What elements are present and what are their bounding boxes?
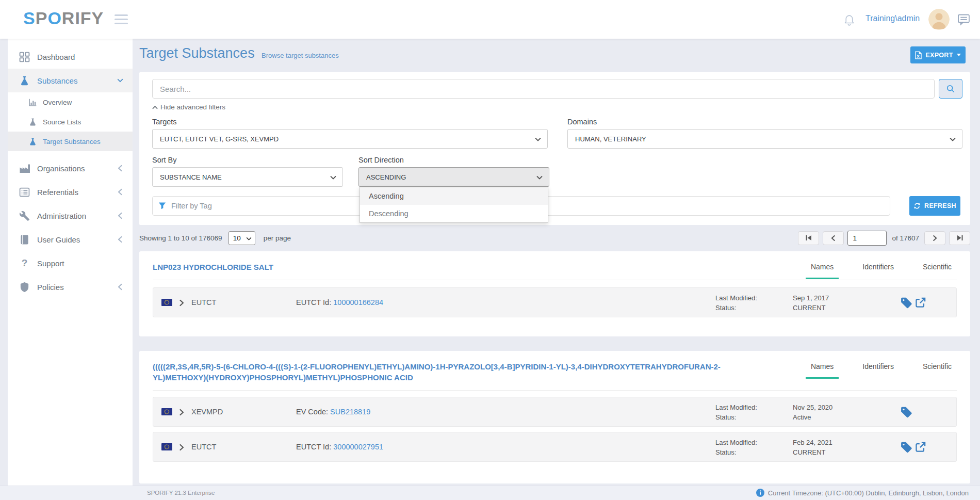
- chevron-right-icon[interactable]: [179, 444, 184, 451]
- row-actions: [900, 297, 926, 309]
- card-header: (((((2R,3S,4R,5R)-5-(6-CHLORO-4-(((S)-1-…: [153, 351, 957, 391]
- avatar[interactable]: [928, 9, 950, 30]
- source-row: XEVMPD EV Code: SUB218819 Last Modified:…: [153, 397, 957, 427]
- sidebar-item-support[interactable]: ? Support: [8, 251, 133, 275]
- tag-icon[interactable]: [900, 297, 912, 309]
- footer: SPORIFY 21.3 Enterprise Current Timezone…: [0, 486, 980, 500]
- chevron-up-icon: [152, 105, 158, 109]
- sidebar-item-label: Support: [37, 259, 64, 268]
- dropdown-option-ascending[interactable]: Ascending: [360, 187, 548, 205]
- tab-identifiers[interactable]: Identifiers: [857, 362, 899, 379]
- chevron-left-icon: [117, 212, 123, 219]
- hide-advanced-filters-toggle[interactable]: Hide advanced filters: [152, 103, 225, 111]
- tag-icon[interactable]: [900, 406, 912, 418]
- sidebar-item-label: Referentials: [37, 188, 78, 197]
- domains-label: Domains: [567, 118, 597, 126]
- sidebar-item-organisations[interactable]: Organisations: [8, 156, 133, 180]
- app-version: SPORIFY 21.3 Enterprise: [147, 490, 215, 496]
- export-button[interactable]: EXPORT: [910, 46, 966, 63]
- tag-icon[interactable]: [900, 441, 912, 453]
- card-tabs: Names Identifiers Scientific: [806, 362, 957, 379]
- targets-select-value: EUTCT, EUTCT VET, G-SRS, XEVMPD: [160, 135, 279, 143]
- source-name: XEVMPD: [191, 408, 223, 416]
- source-id-link[interactable]: 100000166284: [333, 298, 383, 307]
- external-link-icon[interactable]: [914, 297, 926, 309]
- status-label: Status:: [715, 447, 757, 457]
- list-icon: [19, 187, 30, 198]
- page-size-select[interactable]: 10: [228, 231, 255, 245]
- status-value: Active: [793, 412, 832, 422]
- comment-icon[interactable]: [957, 13, 970, 26]
- grid-icon: [19, 52, 30, 62]
- tab-names[interactable]: Names: [806, 362, 839, 379]
- prev-page-button[interactable]: [823, 231, 844, 245]
- tab-scientific[interactable]: Scientific: [918, 362, 957, 379]
- chevron-right-icon[interactable]: [179, 299, 184, 307]
- sidebar-item-label: Dashboard: [37, 53, 75, 61]
- source-id-link[interactable]: SUB218819: [330, 408, 370, 416]
- sidebar-item-target-substances[interactable]: Target Substances: [8, 132, 133, 151]
- logo-letter-s: S: [23, 8, 36, 28]
- chevron-right-icon[interactable]: [179, 409, 184, 416]
- tab-scientific[interactable]: Scientific: [918, 263, 957, 279]
- status-value: CURRENT: [793, 303, 829, 313]
- next-page-button[interactable]: [924, 231, 945, 245]
- last-page-button[interactable]: [949, 231, 970, 245]
- external-link-icon[interactable]: [914, 441, 926, 453]
- targets-select[interactable]: EUTCT, EUTCT VET, G-SRS, XEVMPD: [152, 129, 548, 149]
- sidebar-item-label: User Guides: [37, 235, 80, 244]
- sidebar-item-referentials[interactable]: Referentials: [8, 180, 133, 204]
- chevron-left-icon: [831, 235, 836, 241]
- sort-by-select[interactable]: SUBSTANCE NAME: [152, 167, 343, 187]
- row-actions: [900, 406, 912, 418]
- sidebar-item-overview[interactable]: Overview: [8, 92, 133, 112]
- status-label: Status:: [715, 303, 757, 313]
- source-name: EUTCT: [191, 443, 216, 451]
- status-label: Status:: [715, 412, 757, 422]
- filter-panel: Hide advanced filters Targets EUTCT, EUT…: [139, 72, 970, 225]
- source-id-link[interactable]: 300000027951: [333, 443, 383, 451]
- meta-values: Feb 24, 2021 CURRENT: [793, 438, 832, 457]
- per-page-label: per page: [264, 234, 291, 242]
- book-icon: [19, 234, 30, 245]
- sidebar-item-administration[interactable]: Administration: [8, 204, 133, 228]
- chevron-left-icon: [117, 188, 123, 196]
- sidebar-item-user-guides[interactable]: User Guides: [8, 228, 133, 251]
- page-number-input[interactable]: [847, 231, 887, 246]
- app-logo[interactable]: SPORIFY: [23, 8, 104, 28]
- last-modified-label: Last Modified:: [715, 293, 757, 303]
- tab-names[interactable]: Names: [806, 263, 839, 279]
- last-modified-value: Feb 24, 2021: [793, 438, 832, 447]
- refresh-button[interactable]: REFRESH: [909, 196, 960, 216]
- export-button-label: EXPORT: [925, 52, 953, 59]
- sidebar-item-substances[interactable]: Substances: [8, 69, 133, 92]
- sidebar-item-label: Target Substances: [43, 138, 101, 146]
- substance-card: LNP023 HYDROCHLORIDE SALT Names Identifi…: [139, 251, 970, 336]
- sidebar-item-policies[interactable]: Policies: [8, 275, 133, 299]
- refresh-icon: [913, 202, 921, 209]
- tab-identifiers[interactable]: Identifiers: [857, 263, 899, 279]
- sidebar-item-source-lists[interactable]: Source Lists: [8, 112, 133, 132]
- menu-icon[interactable]: [115, 14, 129, 25]
- timezone-text: Current Timezone: (UTC+00:00) Dublin, Ed…: [768, 489, 969, 497]
- sort-direction-select[interactable]: ASCENDING: [358, 167, 549, 187]
- hide-advanced-filters-label: Hide advanced filters: [160, 103, 225, 111]
- bell-icon[interactable]: [843, 13, 856, 26]
- user-menu[interactable]: Training\admin: [865, 14, 920, 23]
- domains-select[interactable]: HUMAN, VETERINARY: [567, 129, 962, 149]
- meta-labels: Last Modified: Status:: [715, 438, 757, 457]
- search-button[interactable]: [939, 79, 962, 99]
- substance-card: (((((2R,3S,4R,5R)-5-(6-CHLORO-4-(((S)-1-…: [139, 351, 970, 483]
- dropdown-option-descending[interactable]: Descending: [360, 205, 548, 222]
- excel-file-icon: [915, 51, 922, 59]
- page-subtitle: Browse target substances: [262, 52, 339, 59]
- substance-name[interactable]: (((((2R,3S,4R,5R)-5-(6-CHLORO-4-(((S)-1-…: [153, 361, 751, 390]
- sort-by-select-value: SUBSTANCE NAME: [160, 173, 222, 181]
- search-input[interactable]: [152, 79, 935, 99]
- source-row: EUTCT EUTCT Id: 100000166284 Last Modifi…: [153, 287, 957, 317]
- substance-name[interactable]: LNP023 HYDROCHLORIDE SALT: [153, 262, 273, 280]
- eu-flag-icon: [161, 443, 172, 450]
- flask-icon: [28, 137, 37, 146]
- first-page-button[interactable]: [798, 231, 819, 245]
- sidebar-item-dashboard[interactable]: Dashboard: [8, 45, 133, 69]
